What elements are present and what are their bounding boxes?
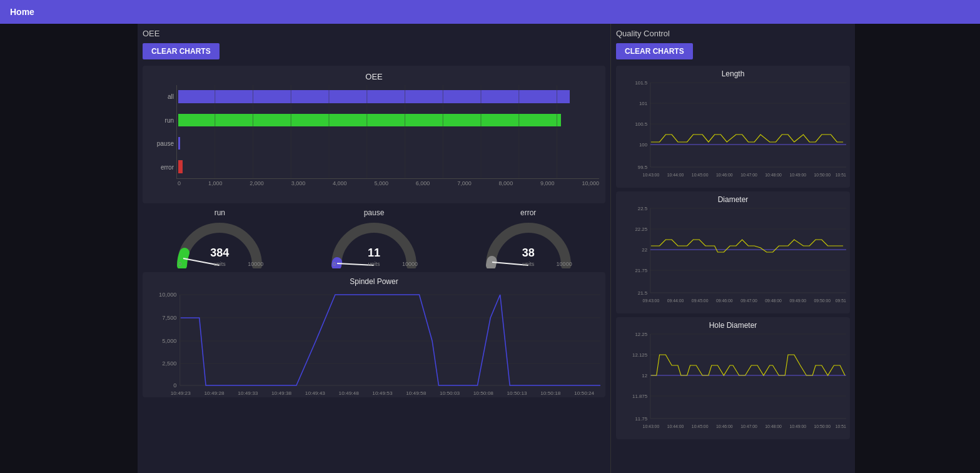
svg-text:10:48:00: 10:48:00 xyxy=(765,173,782,177)
spindel-svg: 10,000 7,500 5,000 2,500 0 10:49:23 10:4… xyxy=(148,288,600,398)
svg-text:10:43:00: 10:43:00 xyxy=(643,424,660,429)
length-svg: 101.5 101 100.5 100 99.5 10:43:00 10:44:… xyxy=(620,79,846,183)
svg-text:0: 0 xyxy=(173,382,176,389)
svg-text:10:51:00: 10:51:00 xyxy=(836,424,846,429)
x-label-9000: 9,000 xyxy=(540,180,555,186)
svg-text:10:50:00: 10:50:00 xyxy=(814,424,831,429)
svg-text:21.75: 21.75 xyxy=(635,268,647,273)
svg-text:12.125: 12.125 xyxy=(632,352,648,358)
svg-text:10:50:18: 10:50:18 xyxy=(540,390,561,396)
svg-text:09:50:00: 09:50:00 xyxy=(814,298,831,303)
svg-text:10:49:28: 10:49:28 xyxy=(204,390,225,396)
svg-text:09:46:00: 09:46:00 xyxy=(716,298,733,303)
svg-text:11.875: 11.875 xyxy=(632,394,648,399)
main-layout: OEE CLEAR CHARTS OEE all run pause error xyxy=(0,24,980,473)
qc-clear-charts-button[interactable]: CLEAR CHARTS xyxy=(616,43,693,59)
hole-diameter-chart: Hole Diameter 12.25 12.125 12 11.875 11.… xyxy=(616,317,850,439)
gauge-error-max: 10000 xyxy=(557,261,572,267)
svg-text:10:49:43: 10:49:43 xyxy=(305,390,326,396)
oee-panel: OEE CLEAR CHARTS OEE all run pause error xyxy=(138,24,611,473)
gauge-error-container: 38 0 units 10000 xyxy=(485,218,572,268)
svg-text:10:50:24: 10:50:24 xyxy=(574,390,595,396)
svg-text:09:49:00: 09:49:00 xyxy=(789,298,806,303)
svg-text:12: 12 xyxy=(642,373,647,379)
svg-text:10:46:00: 10:46:00 xyxy=(716,173,733,177)
spindel-power-chart: Spindel Power 10,000 7,500 5,000 2,500 0… xyxy=(143,272,605,397)
left-sidebar xyxy=(0,24,138,473)
svg-text:101.5: 101.5 xyxy=(635,80,647,86)
gauge-run-container: 384 0 units 10000 xyxy=(176,218,263,268)
qc-panel-title: Quality Control xyxy=(616,29,850,38)
gauge-error-value: 38 xyxy=(522,247,535,260)
gauge-run: run 384 0 units 10000 xyxy=(169,208,270,268)
svg-text:10:49:53: 10:49:53 xyxy=(372,390,393,396)
bar-label-all: all xyxy=(149,93,174,100)
bar-chart-grid xyxy=(177,85,599,178)
x-label-8000: 8,000 xyxy=(499,180,513,186)
length-chart: Length 101.5 101 100.5 100 99.5 10:43 xyxy=(616,66,850,188)
svg-text:10,000: 10,000 xyxy=(159,292,176,298)
svg-text:10:47:00: 10:47:00 xyxy=(740,424,757,429)
gauge-error-units: units xyxy=(522,261,534,267)
gauge-error-min: 0 xyxy=(487,261,490,267)
svg-text:10:45:00: 10:45:00 xyxy=(692,173,709,177)
bar-label-error: error xyxy=(149,164,174,171)
svg-text:10:49:58: 10:49:58 xyxy=(406,390,427,396)
right-sidebar xyxy=(855,24,980,473)
x-label-5000: 5,000 xyxy=(374,180,388,186)
svg-text:22: 22 xyxy=(642,247,647,253)
svg-text:7,500: 7,500 xyxy=(162,315,176,321)
bar-label-run: run xyxy=(149,117,174,124)
gauge-pause-units: units xyxy=(368,261,380,267)
svg-text:100: 100 xyxy=(639,142,648,148)
svg-text:22.5: 22.5 xyxy=(638,206,648,211)
svg-text:10:48:00: 10:48:00 xyxy=(765,424,782,429)
x-label-0: 0 xyxy=(178,180,181,186)
length-chart-title: Length xyxy=(620,69,846,78)
x-label-6000: 6,000 xyxy=(416,180,430,186)
oee-bar-chart: OEE all run pause error xyxy=(143,66,605,203)
svg-text:10:49:33: 10:49:33 xyxy=(238,390,258,396)
spindel-title: Spindel Power xyxy=(148,277,600,286)
svg-text:10:49:38: 10:49:38 xyxy=(271,390,292,396)
svg-text:99.5: 99.5 xyxy=(638,165,648,170)
hole-diameter-svg: 12.25 12.125 12 11.875 11.75 10:43:00 10… xyxy=(620,331,846,434)
x-label-1000: 1,000 xyxy=(208,180,223,186)
svg-text:10:43:00: 10:43:00 xyxy=(643,173,660,177)
svg-text:101: 101 xyxy=(639,101,648,106)
x-label-7000: 7,000 xyxy=(457,180,472,186)
qc-panel: Quality Control CLEAR CHARTS Length 101.… xyxy=(611,24,855,473)
svg-text:10:49:48: 10:49:48 xyxy=(339,390,360,396)
oee-panel-title: OEE xyxy=(143,29,605,38)
gauge-pause: pause 11 0 units 10000 xyxy=(324,208,424,268)
gauge-pause-min: 0 xyxy=(333,261,336,267)
svg-text:09:47:00: 09:47:00 xyxy=(740,298,757,303)
gauge-error-label: error xyxy=(478,208,578,217)
svg-text:11.75: 11.75 xyxy=(635,416,647,422)
svg-text:09:44:00: 09:44:00 xyxy=(667,298,684,303)
svg-text:09:48:00: 09:48:00 xyxy=(765,298,782,303)
svg-text:09:51:00: 09:51:00 xyxy=(836,298,846,303)
gauge-run-max: 10000 xyxy=(248,261,263,267)
svg-text:22.25: 22.25 xyxy=(635,226,647,232)
svg-text:5,000: 5,000 xyxy=(162,338,176,344)
gauge-pause-value: 11 xyxy=(368,247,380,260)
svg-text:100.5: 100.5 xyxy=(635,121,647,127)
top-navigation: Home xyxy=(0,0,980,24)
svg-text:10:50:03: 10:50:03 xyxy=(440,390,460,396)
hole-diameter-chart-title: Hole Diameter xyxy=(620,321,846,330)
diameter-chart: Diameter 22.5 22.25 22 21.75 21.5 09: xyxy=(616,191,850,313)
svg-text:10:49:23: 10:49:23 xyxy=(171,390,191,396)
gauge-pause-container: 11 0 units 10000 xyxy=(330,218,418,268)
svg-text:10:44:00: 10:44:00 xyxy=(667,173,684,177)
oee-clear-charts-button[interactable]: CLEAR CHARTS xyxy=(143,43,220,59)
diameter-chart-title: Diameter xyxy=(620,195,846,204)
svg-text:09:45:00: 09:45:00 xyxy=(692,298,709,303)
nav-title: Home xyxy=(10,7,34,17)
svg-text:10:47:00: 10:47:00 xyxy=(740,173,757,177)
svg-text:10:45:00: 10:45:00 xyxy=(692,424,709,429)
svg-text:10:50:13: 10:50:13 xyxy=(507,390,527,396)
x-label-4000: 4,000 xyxy=(333,180,347,186)
gauge-run-min: 0 xyxy=(178,261,181,267)
gauge-run-value: 384 xyxy=(210,247,229,260)
